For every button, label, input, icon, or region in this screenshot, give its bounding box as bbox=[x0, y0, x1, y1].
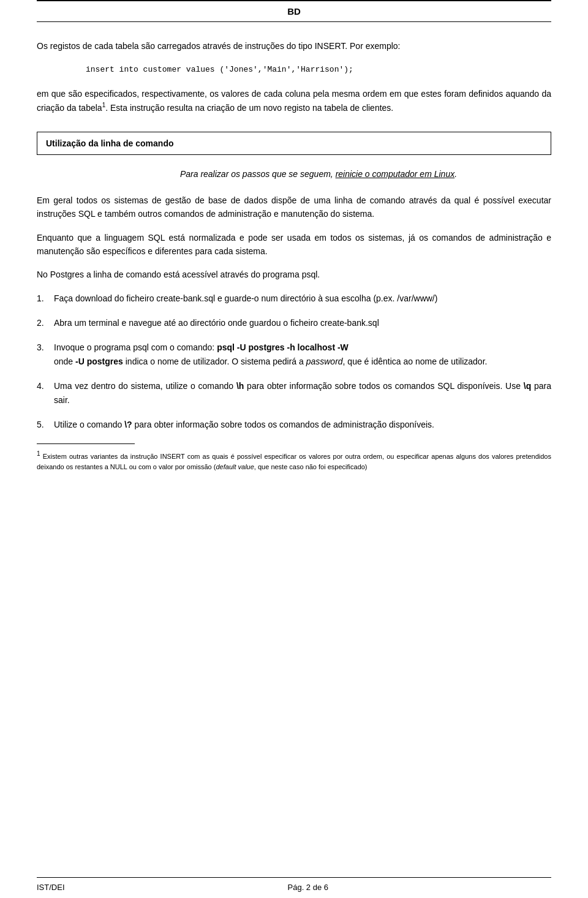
italic-paragraph: Para realizar os passos que se seguem, r… bbox=[86, 167, 551, 181]
list-item-1: 1. Faça download do ficheiro create-bank… bbox=[37, 292, 551, 305]
footnote-separator bbox=[37, 443, 135, 444]
paragraph-3: Em geral todos os sistemas de gestão de … bbox=[37, 194, 551, 221]
page-footer: IST/DEI Pág. 2 de 6 bbox=[37, 877, 551, 898]
footer-left: IST/DEI bbox=[37, 883, 65, 892]
bold-text-4b: \q bbox=[524, 381, 531, 391]
main-content: Os registos de cada tabela são carregado… bbox=[37, 39, 551, 877]
section-title: Utilização da linha de comando bbox=[46, 138, 173, 148]
underline-text: reinicie o computador em Linux bbox=[336, 169, 455, 179]
list-text-5: Utilize o comando \? para obter informaç… bbox=[54, 418, 551, 431]
footnote: 1 Existem outras variantes da instrução … bbox=[37, 449, 551, 472]
footnote-italic: default value bbox=[216, 463, 254, 470]
list-text-1: Faça download do ficheiro create-bank.sq… bbox=[54, 292, 551, 305]
section-box: Utilização da linha de comando bbox=[37, 132, 551, 155]
italic-password: password bbox=[306, 357, 343, 366]
list-item-3: 3. Invoque o programa psql com o comando… bbox=[37, 341, 551, 368]
footnote-text-1: Existem outras variantes da instrução IN… bbox=[37, 453, 551, 470]
list-text-4: Uma vez dentro do sistema, utilize o com… bbox=[54, 379, 551, 407]
page-header: BD bbox=[37, 1, 551, 22]
list-num-3: 3. bbox=[37, 341, 54, 354]
bold-text-4a: \h bbox=[236, 381, 244, 391]
paragraph-2: em que são especificados, respectivament… bbox=[37, 87, 551, 115]
list-num-2: 2. bbox=[37, 316, 54, 330]
list-item-2: 2. Abra um terminal e navegue até ao dir… bbox=[37, 316, 551, 330]
list-text-2: Abra um terminal e navegue até ao direct… bbox=[54, 316, 551, 330]
bold-text-3b: -U postgres bbox=[75, 357, 123, 366]
bold-text-3a: psql -U postgres -h localhost -W bbox=[217, 342, 349, 352]
page: BD Os registos de cada tabela são carreg… bbox=[0, 0, 588, 898]
list-num-1: 1. bbox=[37, 292, 54, 305]
list-item-5: 5. Utilize o comando \? para obter infor… bbox=[37, 418, 551, 431]
paragraph-5: No Postgres a linha de comando está aces… bbox=[37, 268, 551, 281]
list-num-4: 4. bbox=[37, 379, 54, 393]
numbered-list: 1. Faça download do ficheiro create-bank… bbox=[37, 292, 551, 432]
paragraph-1: Os registos de cada tabela são carregado… bbox=[37, 39, 551, 53]
list-text-3: Invoque o programa psql com o comando: p… bbox=[54, 341, 551, 368]
paragraph-4: Enquanto que a linguagem SQL está normal… bbox=[37, 231, 551, 258]
bold-text-5: \? bbox=[124, 420, 132, 429]
list-item-4: 4. Uma vez dentro do sistema, utilize o … bbox=[37, 379, 551, 407]
code-example: insert into customer values ('Jones','Ma… bbox=[86, 64, 551, 76]
list-num-5: 5. bbox=[37, 418, 54, 431]
header-title: BD bbox=[287, 6, 301, 17]
footer-center: Pág. 2 de 6 bbox=[288, 883, 329, 892]
